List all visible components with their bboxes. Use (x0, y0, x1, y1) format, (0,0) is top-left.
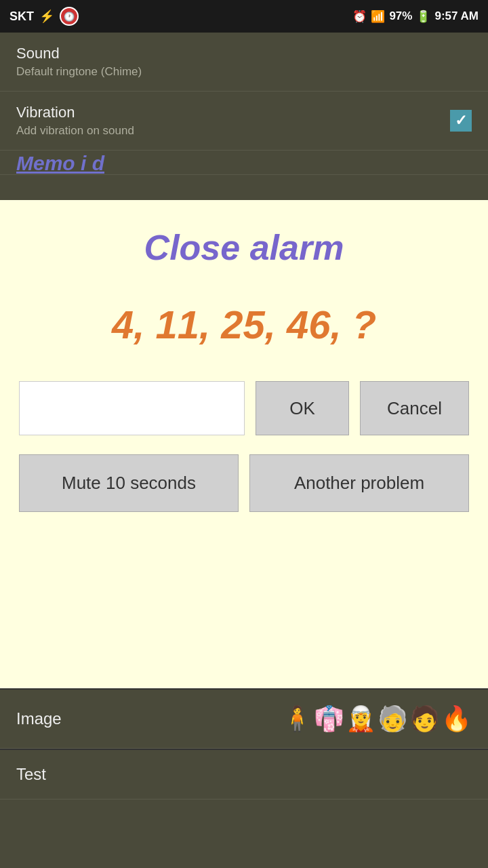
carrier-label: SKT (9, 9, 34, 24)
sound-subtitle: Default ringtone (Chime) (16, 65, 472, 79)
clock-app-icon: 🕐 (60, 7, 79, 26)
signal-icon: 📶 (371, 9, 385, 24)
modal-bottom-row: Mute 10 seconds Another problem (14, 454, 474, 512)
modal-problem: 4, 11, 25, 46, ? (112, 302, 376, 347)
answer-input[interactable] (19, 381, 245, 435)
mute-button[interactable]: Mute 10 seconds (19, 454, 239, 512)
vibration-subtitle: Add vibration on sound (16, 124, 134, 138)
cancel-button[interactable]: Cancel (360, 381, 469, 435)
vibration-setting-item[interactable]: Vibration Add vibration on sound ✓ (0, 92, 488, 151)
characters-container: 🧍 👘 🧝 🧓 🧑 🔥 (282, 705, 472, 733)
modal-input-row: OK Cancel (14, 381, 474, 435)
partial-setting-row: Memo i d (0, 151, 488, 175)
test-title: Test (16, 765, 472, 784)
alarm-icon: ⏰ (352, 9, 367, 24)
usb-icon: ⚡ (39, 9, 54, 24)
charging-icon: 🔋 (416, 9, 430, 24)
close-alarm-modal: Close alarm 4, 11, 25, 46, ? OK Cancel M… (0, 200, 488, 688)
sound-setting-item[interactable]: Sound Default ringtone (Chime) (0, 33, 488, 92)
status-bar: SKT ⚡ 🕐 ⏰ 📶 97% 🔋 9:57 AM (0, 0, 488, 33)
settings-background: Sound Default ringtone (Chime) Vibration… (0, 33, 488, 175)
char-1: 🧍 (282, 705, 312, 733)
char-3: 🧝 (346, 705, 376, 733)
char-5: 🧑 (409, 705, 440, 733)
char-2: 👘 (314, 705, 344, 733)
time-label: 9:57 AM (434, 9, 479, 23)
checkbox-check-icon: ✓ (455, 112, 467, 130)
ok-button[interactable]: OK (256, 381, 349, 435)
image-setting-item[interactable]: Image 🧍 👘 🧝 🧓 🧑 🔥 (0, 690, 488, 749)
vibration-checkbox[interactable]: ✓ (450, 110, 472, 132)
bottom-settings: Image 🧍 👘 🧝 🧓 🧑 🔥 Test (0, 688, 488, 800)
test-setting-item[interactable]: Test (0, 750, 488, 800)
image-title: Image (16, 709, 62, 728)
status-left: SKT ⚡ 🕐 (9, 7, 79, 26)
sound-title: Sound (16, 45, 472, 62)
status-right: ⏰ 📶 97% 🔋 9:57 AM (352, 9, 479, 24)
another-problem-button[interactable]: Another problem (249, 454, 469, 512)
char-4: 🧓 (378, 705, 408, 733)
battery-label: 97% (389, 9, 412, 23)
char-6: 🔥 (441, 705, 472, 733)
vibration-title: Vibration (16, 104, 134, 121)
modal-title: Close alarm (144, 227, 344, 268)
partial-setting-text: Memo i d (0, 151, 488, 175)
